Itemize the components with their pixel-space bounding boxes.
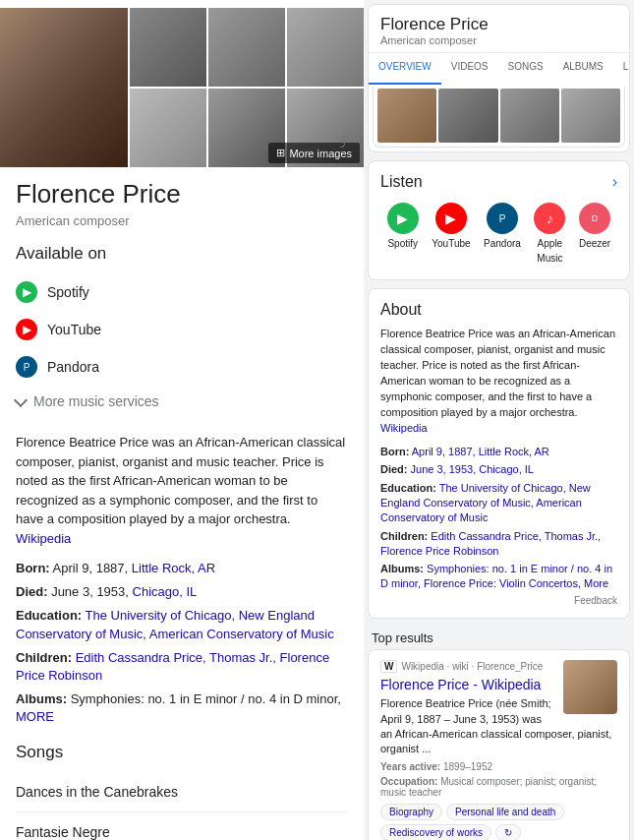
listen-card: Listen › ▶ Spotify ▶ YouTube P Pandora ♪ bbox=[368, 160, 630, 280]
listen-apple-label: Apple bbox=[538, 238, 563, 249]
knowledge-panel: Florence Price American composer OVERVIE… bbox=[368, 4, 630, 152]
listen-youtube-label: YouTube bbox=[432, 238, 470, 249]
youtube-icon: ▶ bbox=[16, 319, 37, 340]
grid-icon: ⊞ bbox=[276, 147, 285, 159]
about-born: Born: April 9, 1887, Little Rock, AR bbox=[380, 445, 617, 459]
kp-desc: American composer bbox=[380, 34, 617, 46]
spotify-label: Spotify bbox=[47, 284, 89, 300]
more-services-button[interactable]: More music services bbox=[16, 386, 348, 417]
died-link[interactable]: Chicago, IL bbox=[133, 584, 198, 599]
about-died: Died: June 3, 1953, Chicago, IL bbox=[380, 462, 617, 477]
wikipedia-result: W Wikipedia · wiki · Florence_Price Flor… bbox=[368, 649, 630, 840]
pandora-service[interactable]: P Pandora bbox=[16, 348, 348, 386]
wiki-tag-rediscovery[interactable]: Rediscovery of works bbox=[380, 824, 491, 840]
tab-listen[interactable]: LISTEN bbox=[613, 53, 630, 85]
about-bio: Florence Beatrice Price was an African-A… bbox=[380, 327, 617, 437]
pandora-label: Pandora bbox=[47, 359, 99, 375]
listen-spotify-label: Spotify bbox=[387, 238, 418, 249]
gallery-image-4[interactable] bbox=[287, 8, 364, 87]
wiki-tag-more[interactable]: ↻ bbox=[495, 824, 521, 840]
kp-image-4[interactable] bbox=[561, 89, 620, 143]
bio-text: Florence Beatrice Price was an African-A… bbox=[16, 433, 348, 548]
kp-images bbox=[373, 87, 625, 148]
about-wiki-link[interactable]: Wikipedia bbox=[380, 422, 428, 434]
wiki-years: Years active: 1899–1952 bbox=[380, 761, 617, 772]
top-results-label: Top results bbox=[364, 623, 634, 649]
about-children: Children: Edith Cassandra Price, Thomas … bbox=[380, 529, 617, 559]
education-fact: Education: The University of Chicago, Ne… bbox=[16, 607, 348, 642]
about-card: About Florence Beatrice Price was an Afr… bbox=[368, 288, 630, 619]
about-born-link[interactable]: April 9, 1887, Little Rock, AR bbox=[412, 446, 549, 457]
person-name: Florence Price bbox=[16, 179, 348, 210]
american-conservatory-link[interactable]: American Conservatory of Music bbox=[149, 627, 334, 641]
tab-songs[interactable]: SONGS bbox=[498, 53, 553, 85]
listen-pandora[interactable]: P Pandora bbox=[484, 203, 521, 264]
listen-deezer[interactable]: D Deezer bbox=[579, 203, 610, 264]
born-link[interactable]: Little Rock, AR bbox=[132, 561, 215, 575]
gallery-image-2[interactable] bbox=[130, 8, 206, 87]
listen-title: Listen bbox=[380, 173, 423, 191]
wikipedia-badge: W Wikipedia · wiki · Florence_Price bbox=[380, 660, 555, 673]
spotify-icon: ▶ bbox=[16, 281, 37, 303]
edith-link[interactable]: Edith Cassandra Price bbox=[76, 650, 202, 665]
spotify-service[interactable]: ▶ Spotify bbox=[16, 273, 348, 311]
listen-services: ▶ Spotify ▶ YouTube P Pandora ♪ Apple Mu… bbox=[380, 199, 617, 268]
song-name-1: Dances in the Canebrakes bbox=[16, 784, 178, 800]
gallery-image-3[interactable] bbox=[208, 8, 285, 87]
songs-title: Songs bbox=[16, 743, 348, 762]
youtube-label: YouTube bbox=[47, 322, 101, 337]
listen-arrow[interactable]: › bbox=[612, 173, 617, 191]
feedback-text[interactable]: Feedback bbox=[380, 595, 617, 606]
listen-youtube-icon: ▶ bbox=[435, 203, 467, 234]
born-fact: Born: April 9, 1887, Little Rock, AR bbox=[16, 560, 348, 577]
more-services-label: More music services bbox=[33, 393, 159, 409]
wiki-w-badge: W bbox=[380, 660, 397, 673]
wiki-tag-biography[interactable]: Biography bbox=[380, 804, 442, 820]
listen-deezer-label: Deezer bbox=[579, 238, 610, 249]
about-albums: Albums: Symphonies: no. 1 in E minor / n… bbox=[380, 562, 617, 591]
about-education: Education: The University of Chicago, Ne… bbox=[380, 481, 617, 525]
listen-apple-label2: Music bbox=[537, 253, 562, 264]
wiki-occupation: Occupation: Musical composer; pianist; o… bbox=[380, 776, 617, 798]
listen-youtube[interactable]: ▶ YouTube bbox=[432, 203, 470, 264]
thomas-link[interactable]: Thomas Jr. bbox=[209, 650, 272, 665]
listen-pandora-icon: P bbox=[487, 203, 518, 234]
person-subtitle: American composer bbox=[16, 213, 348, 228]
kp-image-3[interactable] bbox=[500, 89, 559, 143]
kp-tabs: OVERVIEW VIDEOS SONGS ALBUMS LISTEN ⋮ bbox=[369, 52, 629, 85]
listen-spotify-icon: ▶ bbox=[387, 203, 419, 234]
kp-image-1[interactable] bbox=[377, 89, 436, 143]
gallery-image-5[interactable] bbox=[130, 89, 206, 167]
wiki-tag-personal[interactable]: Personal life and death bbox=[446, 804, 564, 820]
song-item-1[interactable]: Dances in the Canebrakes bbox=[16, 772, 348, 812]
tab-albums[interactable]: ALBUMS bbox=[553, 53, 613, 85]
wiki-badge-text: Wikipedia · wiki · Florence_Price bbox=[401, 661, 543, 672]
available-on-title: Available on bbox=[16, 244, 348, 264]
albums-fact: Albums: Symphonies: no. 1 in E minor / n… bbox=[16, 690, 348, 726]
about-title: About bbox=[380, 301, 422, 319]
listen-apple[interactable]: ♪ Apple Music bbox=[534, 203, 565, 264]
listen-spotify[interactable]: ▶ Spotify bbox=[387, 203, 419, 264]
song-name-2: Fantasie Negre bbox=[16, 824, 110, 840]
tab-videos[interactable]: VIDEOS bbox=[441, 53, 498, 85]
kp-name: Florence Price bbox=[380, 15, 617, 34]
listen-deezer-icon: D bbox=[579, 203, 610, 234]
children-fact: Children: Edith Cassandra Price, Thomas … bbox=[16, 649, 348, 685]
youtube-service[interactable]: ▶ YouTube bbox=[16, 311, 348, 348]
chevron-down-icon bbox=[14, 393, 28, 407]
wikipedia-link[interactable]: Wikipedia bbox=[16, 531, 71, 546]
kp-image-2[interactable] bbox=[438, 89, 497, 143]
albums-more-link[interactable]: MORE bbox=[16, 709, 54, 724]
tab-overview[interactable]: OVERVIEW bbox=[369, 53, 441, 85]
wiki-tags: Biography Personal life and death Redisc… bbox=[380, 804, 617, 840]
main-portrait-image bbox=[0, 8, 128, 167]
wiki-thumbnail bbox=[563, 660, 617, 714]
listen-pandora-label: Pandora bbox=[484, 238, 521, 249]
about-died-link[interactable]: June 3, 1953, Chicago, IL bbox=[411, 463, 534, 475]
died-fact: Died: June 3, 1953, Chicago, IL bbox=[16, 583, 348, 601]
share-button[interactable]: ⤴ bbox=[339, 132, 348, 152]
listen-apple-icon: ♪ bbox=[534, 203, 565, 234]
university-chicago-link[interactable]: The University of Chicago bbox=[86, 608, 232, 623]
song-item-2[interactable]: Fantasie Negre bbox=[16, 812, 348, 841]
pandora-icon: P bbox=[16, 356, 37, 378]
